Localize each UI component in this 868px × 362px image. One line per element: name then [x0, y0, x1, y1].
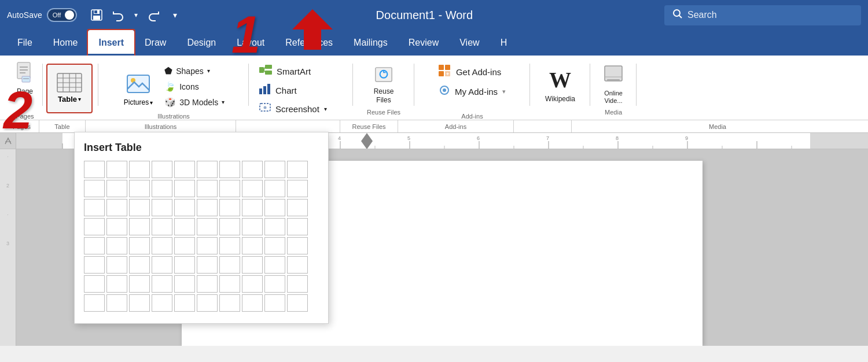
table-grid-cell[interactable] — [174, 180, 195, 197]
smartart-button[interactable]: SmartArt — [255, 62, 347, 80]
table-grid-cell[interactable] — [174, 256, 195, 274]
tab-references[interactable]: References — [275, 30, 343, 56]
undo-dropdown-button[interactable]: ▾ — [131, 6, 141, 24]
table-grid-cell[interactable] — [84, 218, 105, 235]
table-grid-cell[interactable] — [174, 275, 195, 293]
table-grid-cell[interactable] — [287, 161, 308, 178]
table-grid-cell[interactable] — [287, 199, 308, 216]
table-grid-cell[interactable] — [242, 161, 263, 178]
table-grid-cell[interactable] — [242, 237, 263, 254]
table-grid-cell[interactable] — [84, 256, 105, 274]
table-grid[interactable] — [84, 161, 319, 312]
table-grid-cell[interactable] — [152, 275, 172, 293]
pictures-button[interactable]: Pictures ▾ — [119, 61, 157, 109]
table-grid-cell[interactable] — [219, 256, 240, 274]
my-addins-button[interactable]: My Add-ins ▾ — [433, 83, 512, 101]
table-grid-cell[interactable] — [129, 218, 150, 235]
table-grid-cell[interactable] — [242, 256, 263, 274]
table-grid-cell[interactable] — [242, 180, 263, 197]
table-grid-cell[interactable] — [219, 218, 240, 235]
search-area[interactable]: Search — [664, 5, 861, 25]
tab-home[interactable]: Home — [43, 30, 89, 56]
table-grid-cell[interactable] — [197, 256, 218, 274]
table-grid-cell[interactable] — [174, 218, 195, 235]
table-grid-cell[interactable] — [84, 275, 105, 293]
table-grid-cell[interactable] — [197, 161, 218, 178]
get-addins-button[interactable]: + Get Add-ins — [433, 62, 512, 82]
table-grid-cell[interactable] — [264, 275, 285, 293]
table-grid-cell[interactable] — [106, 199, 127, 216]
chart-button[interactable]: Chart — [255, 82, 347, 99]
customize-button[interactable]: ▾ — [166, 6, 185, 24]
table-grid-cell[interactable] — [219, 294, 240, 312]
3d-models-button[interactable]: 🎲 3D Models ▾ — [161, 95, 228, 109]
table-grid-cell[interactable] — [264, 256, 285, 274]
table-grid-cell[interactable] — [197, 294, 218, 312]
tab-mailings[interactable]: Mailings — [343, 30, 398, 56]
table-grid-cell[interactable] — [219, 199, 240, 216]
table-grid-cell[interactable] — [174, 199, 195, 216]
table-grid-cell[interactable] — [106, 180, 127, 197]
table-grid-cell[interactable] — [106, 218, 127, 235]
table-grid-cell[interactable] — [287, 237, 308, 254]
table-grid-cell[interactable] — [197, 275, 218, 293]
shapes-button[interactable]: ⬟ Shapes ▾ — [161, 64, 228, 78]
tab-view[interactable]: View — [449, 30, 490, 56]
table-button[interactable]: Table ▾ — [46, 64, 93, 113]
table-grid-cell[interactable] — [264, 180, 285, 197]
table-grid-cell[interactable] — [219, 275, 240, 293]
table-grid-cell[interactable] — [174, 161, 195, 178]
table-grid-cell[interactable] — [287, 256, 308, 274]
table-grid-cell[interactable] — [129, 180, 150, 197]
table-grid-cell[interactable] — [129, 256, 150, 274]
table-grid-cell[interactable] — [152, 256, 172, 274]
table-grid-cell[interactable] — [264, 218, 285, 235]
tab-layout[interactable]: Layout — [226, 30, 275, 56]
table-grid-cell[interactable] — [129, 294, 150, 312]
screenshot-button[interactable]: Screenshot ▾ — [255, 101, 347, 117]
table-grid-cell[interactable] — [287, 294, 308, 312]
table-grid-cell[interactable] — [84, 237, 105, 254]
table-grid-cell[interactable] — [106, 256, 127, 274]
redo-button[interactable] — [144, 6, 163, 24]
table-grid-cell[interactable] — [264, 237, 285, 254]
table-grid-cell[interactable] — [84, 180, 105, 197]
table-grid-cell[interactable] — [197, 199, 218, 216]
tab-review[interactable]: Review — [398, 30, 449, 56]
table-grid-cell[interactable] — [242, 199, 263, 216]
table-grid-cell[interactable] — [106, 161, 127, 178]
autosave-toggle[interactable]: Off — [47, 8, 77, 22]
table-grid-cell[interactable] — [129, 275, 150, 293]
table-grid-cell[interactable] — [264, 161, 285, 178]
table-grid-cell[interactable] — [264, 294, 285, 312]
table-grid-cell[interactable] — [152, 199, 172, 216]
wikipedia-button[interactable]: W Wikipedia — [538, 61, 582, 109]
table-grid-cell[interactable] — [84, 199, 105, 216]
table-grid-cell[interactable] — [152, 161, 172, 178]
table-grid-cell[interactable] — [219, 161, 240, 178]
tab-insert[interactable]: Insert — [88, 30, 134, 56]
table-grid-cell[interactable] — [106, 237, 127, 254]
tab-file[interactable]: File — [7, 30, 43, 56]
tab-more[interactable]: H — [490, 30, 518, 56]
table-grid-cell[interactable] — [129, 237, 150, 254]
table-grid-cell[interactable] — [287, 180, 308, 197]
table-grid-cell[interactable] — [219, 237, 240, 254]
page-button[interactable]: Page — [12, 59, 38, 98]
table-grid-cell[interactable] — [287, 275, 308, 293]
tab-draw[interactable]: Draw — [134, 30, 176, 56]
table-grid-cell[interactable] — [197, 218, 218, 235]
table-grid-cell[interactable] — [174, 237, 195, 254]
table-grid-cell[interactable] — [152, 180, 172, 197]
table-grid-cell[interactable] — [129, 161, 150, 178]
save-button[interactable] — [87, 6, 106, 24]
table-grid-cell[interactable] — [287, 218, 308, 235]
table-grid-cell[interactable] — [197, 237, 218, 254]
table-grid-cell[interactable] — [197, 180, 218, 197]
table-grid-cell[interactable] — [264, 199, 285, 216]
table-grid-cell[interactable] — [152, 294, 172, 312]
online-video-button[interactable]: OnlineVide... — [599, 61, 627, 109]
table-grid-cell[interactable] — [106, 294, 127, 312]
table-grid-cell[interactable] — [152, 218, 172, 235]
table-grid-cell[interactable] — [129, 199, 150, 216]
